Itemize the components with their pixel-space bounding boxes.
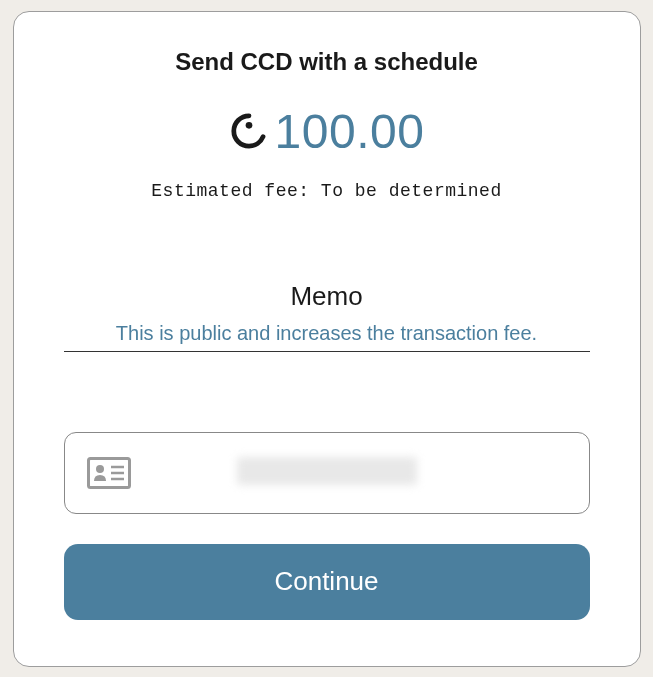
ccd-currency-icon xyxy=(229,111,269,151)
amount-row: 100.00 xyxy=(64,104,590,159)
recipient-selector[interactable] xyxy=(64,432,590,514)
page-title: Send CCD with a schedule xyxy=(64,48,590,76)
fee-row: Estimated fee: To be determined xyxy=(64,181,590,201)
send-ccd-card: Send CCD with a schedule 100.00 Estimate… xyxy=(13,11,641,667)
recipient-name xyxy=(131,457,567,489)
fee-label: Estimated fee: xyxy=(151,181,309,201)
svg-point-0 xyxy=(245,122,252,129)
continue-button[interactable]: Continue xyxy=(64,544,590,620)
id-card-icon xyxy=(87,457,131,489)
fee-value: To be determined xyxy=(321,181,502,201)
recipient-name-redacted xyxy=(237,457,417,485)
memo-label: Memo xyxy=(64,281,590,312)
memo-input[interactable] xyxy=(64,322,590,352)
memo-input-wrap xyxy=(64,322,590,352)
amount-value: 100.00 xyxy=(275,104,425,159)
svg-point-2 xyxy=(96,465,104,473)
